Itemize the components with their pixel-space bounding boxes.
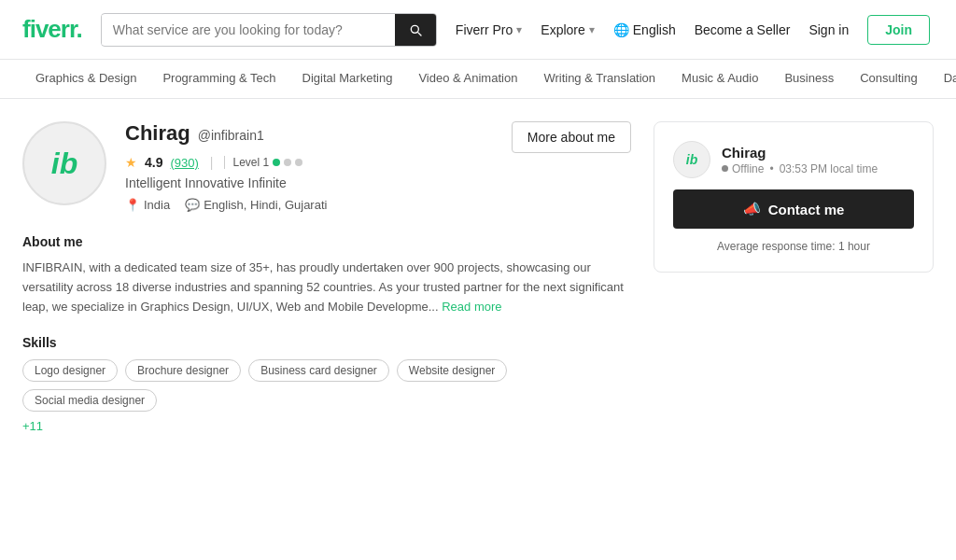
skills-title: Skills (22, 335, 631, 350)
level-dot-inactive-1 (284, 159, 291, 166)
separator: | (210, 155, 214, 170)
category-item-graphics[interactable]: Graphics & Design (22, 60, 149, 98)
profile-handle: @infibrain1 (198, 128, 264, 143)
category-item-consulting[interactable]: Consulting (847, 60, 930, 98)
level-dot-active (273, 159, 280, 166)
skill-tag-logo[interactable]: Logo designer (22, 359, 118, 382)
category-item-video[interactable]: Video & Animation (405, 60, 530, 98)
contact-me-button[interactable]: 📣 Contact me (673, 189, 914, 229)
level-badge: Level 1 (224, 156, 302, 169)
card-name: Chirag (722, 145, 878, 161)
language-item: 💬 English, Hindi, Gujarati (185, 198, 327, 212)
skill-tag-business-card[interactable]: Business card designer (248, 359, 389, 382)
card-profile-row: ib Chirag Offline • 03:53 PM local time (673, 141, 914, 178)
about-section: About me INFIBRAIN, with a dedicated tea… (22, 234, 631, 316)
skills-list: Logo designer Brochure designer Business… (22, 359, 631, 412)
level-dot-inactive-2 (295, 159, 302, 166)
rating-value: 4.9 (145, 155, 162, 170)
megaphone-icon: 📣 (743, 201, 761, 217)
meta-row: 📍 India 💬 English, Hindi, Gujarati (125, 198, 493, 212)
contact-card: ib Chirag Offline • 03:53 PM local time … (654, 121, 934, 273)
chevron-down-icon: ▾ (516, 23, 522, 36)
globe-icon: 🌐 (613, 22, 629, 37)
category-item-programming[interactable]: Programming & Tech (149, 60, 288, 98)
card-status: Offline • 03:53 PM local time (722, 162, 878, 175)
fiverr-pro-link[interactable]: Fiverr Pro ▾ (456, 22, 522, 37)
explore-link[interactable]: Explore ▾ (541, 22, 594, 37)
more-about-button[interactable]: More about me (512, 121, 631, 153)
header: fiverr. Fiverr Pro ▾ Explore ▾ 🌐 English… (0, 0, 956, 60)
more-skills-link[interactable]: +11 (22, 419, 43, 433)
separator: • (769, 162, 773, 175)
category-item-data[interactable]: Data (931, 60, 956, 98)
category-item-writing[interactable]: Writing & Translation (530, 60, 668, 98)
chat-icon: 💬 (185, 198, 200, 212)
skill-tag-brochure[interactable]: Brochure designer (125, 359, 241, 382)
join-button[interactable]: Join (867, 15, 930, 45)
profile-rating-row: ★ 4.9 (930) | Level 1 (125, 155, 493, 170)
review-count[interactable]: (930) (170, 156, 198, 170)
profile-name: Chirag (125, 121, 190, 146)
avatar: ib (22, 121, 106, 205)
profile-info: Chirag @infibrain1 ★ 4.9 (930) | Level 1… (125, 121, 493, 212)
tagline: Intelligent Innovative Infinite (125, 175, 493, 190)
search-bar (101, 13, 437, 47)
star-icon: ★ (125, 155, 137, 170)
location-item: 📍 India (125, 198, 170, 212)
response-time: Average response time: 1 hour (673, 240, 914, 253)
search-input[interactable] (102, 15, 395, 45)
category-item-business[interactable]: Business (771, 60, 847, 98)
search-button[interactable] (395, 14, 436, 46)
about-title: About me (22, 234, 631, 249)
category-item-digital-marketing[interactable]: Digital Marketing (289, 60, 406, 98)
card-avatar: ib (673, 141, 710, 178)
sign-in-link[interactable]: Sign in (808, 22, 849, 37)
profile-section: ib Chirag @infibrain1 ★ 4.9 (930) | Leve… (22, 121, 631, 433)
chevron-down-icon: ▾ (589, 23, 595, 36)
language-selector[interactable]: 🌐 English (613, 22, 676, 37)
skills-section: Skills Logo designer Brochure designer B… (22, 335, 631, 433)
status-dot (722, 165, 728, 172)
card-info: Chirag Offline • 03:53 PM local time (722, 145, 878, 175)
profile-header: ib Chirag @infibrain1 ★ 4.9 (930) | Leve… (22, 121, 631, 212)
main-content: ib Chirag @infibrain1 ★ 4.9 (930) | Leve… (0, 99, 956, 455)
category-item-music[interactable]: Music & Audio (668, 60, 771, 98)
about-text: INFIBRAIN, with a dedicated team size of… (22, 259, 631, 316)
read-more-link[interactable]: Read more (442, 300, 501, 314)
location-icon: 📍 (125, 198, 140, 212)
category-nav: Graphics & Design Programming & Tech Dig… (0, 60, 956, 99)
become-seller-link[interactable]: Become a Seller (695, 22, 791, 37)
logo[interactable]: fiverr. (22, 15, 82, 44)
skill-tag-website[interactable]: Website designer (397, 359, 508, 382)
skill-tag-social-media[interactable]: Social media designer (22, 389, 157, 412)
